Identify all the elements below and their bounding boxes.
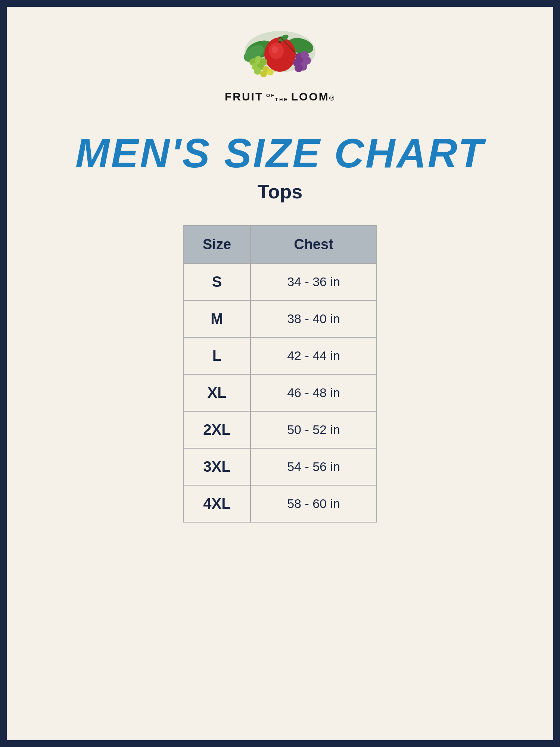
main-title: MEN'S SIZE CHART <box>75 129 485 177</box>
brand-logo <box>239 29 321 89</box>
svg-point-6 <box>272 46 278 53</box>
chest-cell: 34 - 36 in <box>251 263 376 300</box>
size-column-header: Size <box>184 226 251 263</box>
size-cell: L <box>184 337 251 374</box>
svg-point-16 <box>267 69 274 75</box>
size-cell: M <box>184 300 251 337</box>
size-cell: 4XL <box>184 485 251 522</box>
table-row: S34 - 36 in <box>184 263 376 300</box>
size-cell: XL <box>184 374 251 411</box>
svg-point-24 <box>295 64 303 72</box>
subtitle: Tops <box>258 180 302 203</box>
table-row: 2XL50 - 52 in <box>184 411 376 448</box>
chest-cell: 38 - 40 in <box>251 300 376 337</box>
svg-point-14 <box>254 67 261 75</box>
table-row: XL46 - 48 in <box>184 374 376 411</box>
chest-cell: 46 - 48 in <box>251 374 376 411</box>
table-row: L42 - 44 in <box>184 337 376 374</box>
chest-column-header: Chest <box>251 226 376 263</box>
table-row: 3XL54 - 56 in <box>184 448 376 485</box>
chest-cell: 54 - 56 in <box>251 448 376 485</box>
size-cell: S <box>184 263 251 300</box>
chest-cell: 58 - 60 in <box>251 485 376 522</box>
size-chart-table: Size Chest S34 - 36 inM38 - 40 inL42 - 4… <box>183 225 377 523</box>
logo-area: FRUIT OFTHE LOOM® <box>225 29 335 103</box>
table-row: M38 - 40 in <box>184 300 376 337</box>
chest-cell: 50 - 52 in <box>251 411 376 448</box>
size-cell: 3XL <box>184 448 251 485</box>
svg-point-17 <box>260 71 267 77</box>
table-row: 4XL58 - 60 in <box>184 485 376 522</box>
brand-name-text: FRUIT OFTHE LOOM® <box>225 90 335 103</box>
size-cell: 2XL <box>184 411 251 448</box>
chest-cell: 42 - 44 in <box>251 337 376 374</box>
table-header-row: Size Chest <box>184 226 376 263</box>
